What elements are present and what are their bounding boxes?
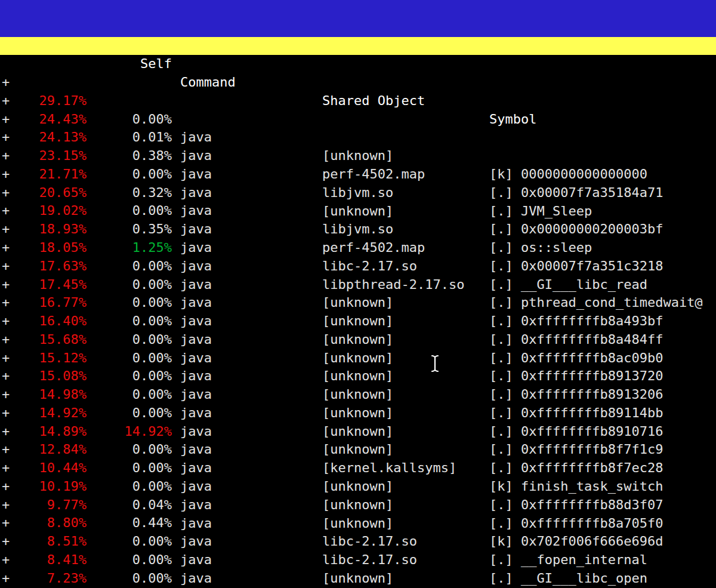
- samples-header-bar: Samples: 26K of event 'cpu-clock', Event…: [0, 0, 716, 19]
- table-row[interactable]: + 14.89% 0.00% java [unknown] [.] 0xffff…: [0, 386, 716, 404]
- table-row[interactable]: + 14.98% 0.00% java [unknown] [.] 0xffff…: [0, 349, 716, 368]
- table-row[interactable]: + 21.71% 0.32% java libjvm.so [.] os::sl…: [0, 128, 716, 147]
- table-row[interactable]: + 17.45% 0.00% java [unknown] [.] 0xffff…: [0, 239, 716, 257]
- table-row[interactable]: + 16.77% 0.00% java [unknown] [.] 0xffff…: [0, 257, 716, 276]
- perf-report-terminal: Samples: 26K of event 'cpu-clock', Event…: [0, 0, 716, 588]
- table-row[interactable]: + 15.08% 0.00% java [unknown] [.] 0xffff…: [0, 331, 716, 349]
- table-row[interactable]: + 7.20% 0.00% java [unknown] [.] 0xfffff…: [0, 551, 716, 569]
- table-row[interactable]: + 8.51% 0.00% java [unknown] [.] 0xfffff…: [0, 496, 716, 515]
- table-row[interactable]: + 24.13% 0.38% java libjvm.so [.] JVM_Sl…: [0, 92, 716, 110]
- table-row[interactable]: + 7.23% 0.00% java [unknown] [.] 0xfffff…: [0, 532, 716, 551]
- table-row[interactable]: + 23.15% 0.00% java [unknown] [.] 0x0000…: [0, 110, 716, 129]
- table-row[interactable]: + 10.19% 0.04% java libc-2.17.so [.] __f…: [0, 441, 716, 459]
- column-header-bar: Children Self Command Shared Object Symb…: [0, 19, 716, 37]
- table-row[interactable]: + 15.68% 0.00% java [unknown] [.] 0xffff…: [0, 294, 716, 312]
- table-row[interactable]: + 20.65% 0.00% java perf-4502.map [.] 0x…: [0, 147, 716, 165]
- table-row[interactable]: + 8.41% 0.00% java [unknown] [.] 0xfffff…: [0, 514, 716, 532]
- table-row[interactable]: + 29.17% 0.00% java [unknown] [k] 000000…: [0, 55, 716, 73]
- table-row[interactable]: + 19.02% 0.35% java libc-2.17.so [.] __G…: [0, 165, 716, 184]
- table-row[interactable]: + 7.12% 0.00% java [unknown] [.] 0xfffff…: [0, 569, 716, 588]
- table-row[interactable]: + 16.40% 0.00% java [unknown] [.] 0xffff…: [0, 275, 716, 294]
- table-row[interactable]: + 14.92% 14.92% java [kernel.kallsyms] […: [0, 367, 716, 386]
- table-row[interactable]: + 10.44% 0.00% java [unknown] [k] 0x702f…: [0, 423, 716, 441]
- table-row[interactable]: + 8.80% 0.00% java [unknown] [.] 0xfffff…: [0, 478, 716, 496]
- report-rows: + 56.57% 0.00% java [unknown] [.] 0xffff…: [0, 37, 716, 588]
- table-row[interactable]: + 17.63% 0.00% java [unknown] [.] 0xffff…: [0, 220, 716, 239]
- table-row[interactable]: + 18.93% 1.25% java libpthread-2.17.so […: [0, 184, 716, 202]
- table-row[interactable]: + 15.12% 0.00% java [unknown] [.] 0xffff…: [0, 312, 716, 331]
- table-row[interactable]: + 56.57% 0.00% java [unknown] [.] 0xffff…: [0, 37, 716, 56]
- table-row[interactable]: + 9.77% 0.44% java libc-2.17.so [.] __GI…: [0, 459, 716, 478]
- table-row[interactable]: + 18.05% 0.00% java [unknown] [.] 0xffff…: [0, 202, 716, 220]
- table-row[interactable]: + 24.43% 0.01% java perf-4502.map [.] 0x…: [0, 73, 716, 92]
- table-row[interactable]: + 12.84% 0.00% java [unknown] [.] 0xffff…: [0, 404, 716, 423]
